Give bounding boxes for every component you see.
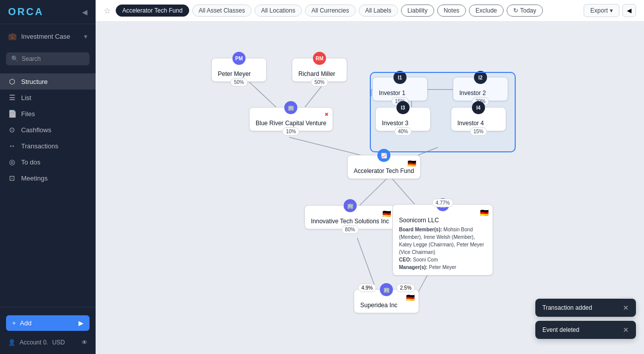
superidea-pct1: 4.9%: [358, 284, 376, 292]
search-icon: 🔍: [11, 55, 19, 62]
rm-avatar: RM: [313, 52, 326, 65]
innovative-node[interactable]: 🏢 🇩🇪 Innovative Tech Solutions Inc 80%: [304, 205, 395, 229]
blue-river-avatar: 🏢: [284, 101, 297, 114]
flag-de4: 🇩🇪: [406, 294, 415, 302]
toast-container: Transaction added ✕ Event deleted ✕: [535, 299, 636, 339]
sidebar-item-meetings[interactable]: ⊡ Meetings: [0, 170, 96, 186]
sidebar-bottom: + Add ▶ 👤 Account 0. USD 👁: [0, 307, 96, 354]
blue-river-node[interactable]: 🏢 ✖ Blue River Capital Venture 10%: [249, 107, 333, 131]
transactions-icon: ↔: [8, 142, 16, 150]
superidea-pct2: 2.5%: [396, 284, 415, 292]
files-icon: 📄: [8, 110, 16, 118]
currencies-filter-button[interactable]: All Currencies: [305, 5, 356, 17]
sidebar-item-todos[interactable]: ◎ To dos: [0, 154, 96, 170]
fund-filter-button[interactable]: Accelerator Tech Fund: [116, 5, 189, 17]
sidebar: ORCA ◀ 💼 Investment Case ▾ 🔍 Search ⬡ St…: [0, 0, 96, 354]
main-content: ☆ Accelerator Tech Fund All Asset Classe…: [96, 0, 644, 354]
peter-meyer-node[interactable]: PM Peter Meyer 50%: [211, 58, 267, 82]
export-button[interactable]: Export ▾: [584, 4, 619, 17]
visibility-icon[interactable]: 👁: [82, 339, 88, 346]
nav-section: ⬡ Structure ☰ List 📄 Files ⊙ Cashflows ↔…: [0, 69, 96, 190]
flag-de: 🇩🇪: [408, 159, 416, 167]
search-box[interactable]: 🔍 Search: [6, 52, 90, 65]
briefcase-icon: 💼: [8, 32, 16, 40]
i4-avatar: I4: [472, 101, 485, 114]
list-icon: ☰: [8, 94, 16, 102]
toast-event-deleted: Event deleted ✕: [535, 321, 636, 339]
sidebar-item-list[interactable]: ☰ List: [0, 90, 96, 106]
investor4-node[interactable]: I4 Investor 4 15%: [451, 107, 506, 131]
toast-close-2[interactable]: ✕: [623, 326, 629, 334]
liability-button[interactable]: Liability: [401, 5, 434, 17]
toolbar: ☆ Accelerator Tech Fund All Asset Classe…: [96, 0, 644, 22]
svg-line-10: [392, 179, 418, 208]
toast-transaction-added: Transaction added ✕: [535, 299, 636, 317]
sidebar-logo: ORCA ◀: [0, 0, 96, 24]
investment-case-section: 💼 Investment Case ▾: [0, 24, 96, 48]
flag-de2: 🇩🇪: [382, 210, 391, 218]
soonicorn-node[interactable]: 🏢 🇩🇪 Soonicorn LLC 4.77% Board Member(s)…: [392, 204, 493, 276]
star-icon[interactable]: ☆: [104, 6, 111, 16]
investment-case-item[interactable]: 💼 Investment Case ▾: [0, 28, 96, 44]
superidea-node[interactable]: 🏢 🇩🇪 Superidea Inc 4.9% 2.5%: [354, 289, 419, 313]
canvas: PM Peter Meyer 50% RM Richard Miller 50%…: [96, 22, 644, 354]
meetings-icon: ⊡: [8, 174, 16, 182]
investor3-node[interactable]: I3 Investor 3 40%: [375, 107, 431, 131]
sidebar-item-transactions[interactable]: ↔ Transactions: [0, 138, 96, 154]
svg-line-9: [357, 179, 386, 208]
pm-avatar: PM: [232, 52, 246, 65]
sidebar-item-files[interactable]: 📄 Files: [0, 106, 96, 122]
account-icon: 👤: [8, 339, 16, 346]
chevron-down-icon: ▾: [610, 7, 613, 14]
structure-icon: ⬡: [8, 77, 16, 85]
account-row: 👤 Account 0. USD 👁: [0, 335, 96, 350]
notes-button[interactable]: Notes: [437, 5, 466, 17]
soonicorn-pct-badge: 4.77%: [432, 199, 453, 207]
atf-avatar: 📈: [377, 149, 390, 162]
todos-icon: ◎: [8, 158, 16, 166]
cashflows-icon: ⊙: [8, 126, 16, 134]
collapse-panel-button[interactable]: ◀: [622, 4, 636, 17]
labels-filter-button[interactable]: All Labels: [359, 5, 398, 17]
today-button[interactable]: ↻ Today: [507, 5, 543, 17]
i3-avatar: I3: [396, 101, 410, 114]
innovative-avatar: 🏢: [344, 199, 357, 212]
refresh-icon: ↻: [513, 7, 518, 14]
sidebar-item-cashflows[interactable]: ⊙ Cashflows: [0, 122, 96, 138]
richard-miller-node[interactable]: RM Richard Miller 50%: [292, 58, 347, 82]
exclude-button[interactable]: Exclude: [469, 5, 504, 17]
toast-close-1[interactable]: ✕: [623, 304, 629, 312]
superidea-avatar: 🏢: [380, 283, 393, 296]
add-button[interactable]: + Add ▶: [6, 315, 90, 331]
sidebar-collapse-icon[interactable]: ◀: [82, 8, 88, 16]
accelerator-node[interactable]: 📈 🇩🇪 Accelerator Tech Fund: [347, 155, 421, 179]
locations-filter-button[interactable]: All Locations: [255, 5, 302, 17]
edit-icon: ✖: [325, 112, 329, 117]
soonicorn-info: Board Member(s): Mohsin Bond (Member), I…: [399, 226, 487, 271]
asset-classes-filter-button[interactable]: All Asset Classes: [192, 5, 252, 17]
flag-de3: 🇩🇪: [480, 209, 489, 217]
logo-text: ORCA: [8, 6, 44, 18]
sidebar-item-structure[interactable]: ⬡ Structure: [0, 73, 96, 90]
